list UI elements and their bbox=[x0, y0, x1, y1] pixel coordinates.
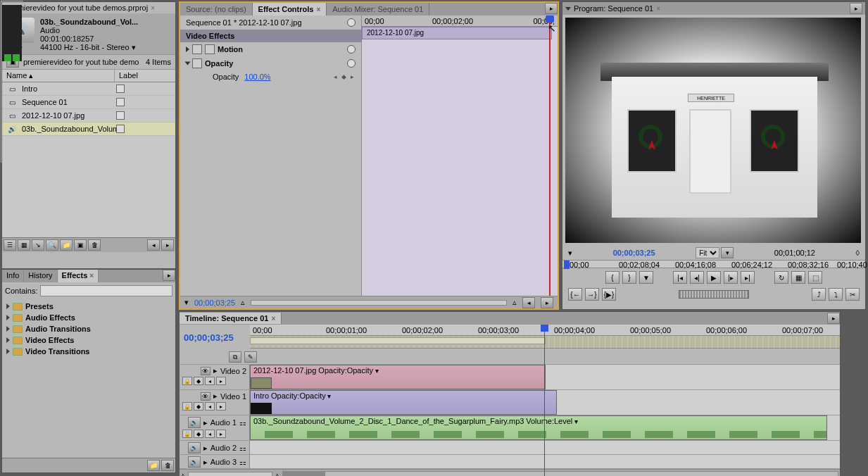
program-monitor[interactable]: HENRIETTE bbox=[565, 18, 861, 243]
current-timecode[interactable]: 00;00;03;25 bbox=[613, 249, 655, 257]
list-item[interactable]: ▭Intro bbox=[2, 82, 175, 96]
next-kf-icon[interactable]: ▸ bbox=[216, 430, 226, 438]
reset-icon[interactable] bbox=[347, 45, 356, 54]
set-out-icon[interactable]: } bbox=[622, 271, 636, 284]
prev-kf-icon[interactable]: ◂ bbox=[332, 73, 339, 80]
speaker-icon[interactable]: 🔊 bbox=[188, 442, 201, 453]
goto-in-icon[interactable]: |◂ bbox=[673, 271, 687, 284]
eye-icon[interactable]: 👁 bbox=[201, 392, 210, 401]
track-body-a1[interactable]: 03b._Soundzabound_Volume_2_Disc_1_Dance_… bbox=[250, 415, 840, 440]
zoom-in-icon[interactable]: ▵ bbox=[512, 298, 517, 307]
prev-kf-icon[interactable]: ◂ bbox=[205, 430, 215, 438]
speaker-icon[interactable]: 🔊 bbox=[188, 456, 201, 468]
next-kf-icon[interactable]: ▸ bbox=[216, 402, 226, 411]
show-hide-icon[interactable] bbox=[347, 18, 356, 27]
ec-timeline[interactable]: 00;00 00;00;02;00 00;00; 2012-12-10 07.j… bbox=[362, 15, 558, 296]
clip-a1[interactable]: 03b._Soundzabound_Volume_2_Disc_1_Dance_… bbox=[250, 415, 827, 440]
lift-icon[interactable]: ⤴ bbox=[812, 288, 826, 301]
extract-icon[interactable]: ⤵ bbox=[829, 288, 843, 301]
automate-icon[interactable]: ↘ bbox=[32, 239, 44, 251]
eye-icon[interactable]: 👁 bbox=[201, 367, 210, 375]
prev-kf-icon[interactable]: ◂ bbox=[205, 402, 215, 411]
zoom-dropdown-icon[interactable]: ▾ bbox=[721, 247, 734, 258]
folder-video-effects[interactable]: Video Effects bbox=[6, 334, 171, 346]
track-body-a3[interactable] bbox=[250, 455, 840, 468]
tab-audio-mixer[interactable]: Audio Mixer: Sequence 01 bbox=[327, 3, 429, 15]
twirl-icon[interactable] bbox=[185, 62, 191, 65]
goto-next-icon[interactable]: →} bbox=[585, 288, 599, 301]
fx-opacity[interactable]: Opacity bbox=[180, 56, 361, 70]
prev-icon[interactable]: ◂ bbox=[147, 239, 160, 251]
new-bin-icon[interactable]: 📁 bbox=[60, 239, 73, 251]
marker-tool-icon[interactable]: ✎ bbox=[244, 351, 257, 363]
speaker-icon[interactable]: 🔊 bbox=[188, 417, 201, 428]
close-icon[interactable]: × bbox=[656, 5, 660, 13]
timeline-timecode[interactable]: 00;00;03;25 bbox=[184, 332, 234, 343]
jog-wheel[interactable] bbox=[679, 290, 749, 299]
clip-v1[interactable]: Intro Opacity:Opacity ▾ bbox=[250, 390, 557, 415]
search-input[interactable] bbox=[40, 285, 172, 296]
panel-menu-icon[interactable]: ▸ bbox=[850, 3, 862, 14]
list-view-icon[interactable]: ☰ bbox=[4, 239, 16, 251]
lock-icon[interactable]: 🔒 bbox=[182, 377, 192, 385]
tab-effects[interactable]: Effects × bbox=[58, 270, 99, 282]
delete-icon[interactable]: 🗑 bbox=[161, 460, 174, 471]
snap-icon[interactable]: ⧉ bbox=[229, 351, 241, 363]
track-body-a2[interactable] bbox=[250, 441, 840, 454]
step-back-icon[interactable]: ◂| bbox=[690, 271, 704, 284]
collapse-icon[interactable]: ▸ bbox=[203, 444, 208, 453]
track-body-v1[interactable]: Intro Opacity:Opacity ▾ bbox=[250, 390, 840, 415]
find-icon[interactable]: 🔍 bbox=[46, 239, 58, 251]
label-swatch[interactable] bbox=[116, 84, 125, 93]
fx-reset-icon[interactable] bbox=[205, 44, 215, 54]
fx-toggle-icon[interactable] bbox=[192, 44, 202, 54]
clip-v2[interactable]: 2012-12-10 07.jpg Opacity:Opacity ▾ bbox=[250, 365, 546, 389]
close-icon[interactable]: × bbox=[316, 6, 320, 13]
play-inout-icon[interactable]: {▶} bbox=[602, 288, 616, 301]
close-icon[interactable]: × bbox=[89, 272, 94, 280]
next-icon[interactable]: ▸ bbox=[161, 239, 174, 251]
tab-history[interactable]: History bbox=[24, 270, 57, 282]
new-item-icon[interactable]: ▣ bbox=[74, 239, 87, 251]
folder-video-transitions[interactable]: Video Transitions bbox=[6, 346, 171, 357]
ec-btn2[interactable]: ▸ bbox=[541, 297, 553, 308]
collapse-icon[interactable]: ▸ bbox=[203, 418, 208, 427]
safe-margin-icon[interactable]: ▦ bbox=[791, 271, 805, 284]
loop-icon[interactable]: ↻ bbox=[774, 271, 788, 284]
lock-icon[interactable]: 🔒 bbox=[182, 430, 192, 438]
collapse-icon[interactable]: ▸ bbox=[213, 392, 218, 401]
output-icon[interactable]: ⬚ bbox=[808, 271, 822, 284]
kf-mode-icon[interactable]: ◆ bbox=[194, 402, 203, 411]
zoom-slider[interactable] bbox=[251, 300, 507, 306]
list-item[interactable]: ▭Sequence 01 bbox=[2, 96, 175, 109]
next-kf-icon[interactable]: ▸ bbox=[348, 73, 356, 80]
fx-toggle-icon[interactable] bbox=[192, 58, 202, 68]
ec-clip-bar[interactable]: 2012-12-10 07.jpg bbox=[362, 27, 552, 39]
dropdown-icon[interactable] bbox=[565, 7, 571, 11]
panel-menu-icon[interactable]: ▸ bbox=[827, 313, 840, 324]
collapse-icon[interactable]: ▸ bbox=[203, 458, 208, 467]
step-fwd-icon[interactable]: |▸ bbox=[724, 271, 738, 284]
timeline-tab[interactable]: Timeline: Sequence 01 × bbox=[180, 313, 282, 324]
timeline-playhead[interactable] bbox=[544, 325, 545, 476]
fx-motion[interactable]: Motion bbox=[180, 42, 361, 56]
set-in-icon[interactable]: { bbox=[605, 271, 619, 284]
collapse-icon[interactable]: ▸ bbox=[213, 366, 218, 375]
col-label[interactable]: Label bbox=[115, 70, 157, 82]
play-icon[interactable]: ▶ bbox=[707, 271, 721, 284]
ec-timecode[interactable]: 00;00;03;25 bbox=[194, 299, 235, 307]
ec-playhead[interactable] bbox=[549, 15, 551, 296]
list-item[interactable]: 🔊03b._Soundzabound_Volume_2 bbox=[2, 123, 175, 136]
kf-mode-icon[interactable]: ◆ bbox=[194, 430, 203, 438]
tab-info[interactable]: Info bbox=[2, 270, 24, 282]
goto-prev-icon[interactable]: {← bbox=[568, 288, 582, 301]
ec-ruler[interactable]: 00;00 00;00;02;00 00;00; bbox=[362, 15, 558, 27]
icon-view-icon[interactable]: ▦ bbox=[18, 239, 30, 251]
trim-icon[interactable]: ✂ bbox=[845, 288, 860, 301]
program-tab[interactable]: Program: Sequence 01 bbox=[574, 4, 653, 13]
folder-audio-transitions[interactable]: Audio Transitions bbox=[6, 323, 171, 334]
kf-mode-icon[interactable]: ◆ bbox=[194, 377, 203, 385]
prev-kf-icon[interactable]: ◂ bbox=[205, 377, 215, 385]
zoom-out-icon[interactable]: ▵ bbox=[181, 470, 185, 476]
next-kf-icon[interactable]: ▸ bbox=[216, 377, 226, 385]
